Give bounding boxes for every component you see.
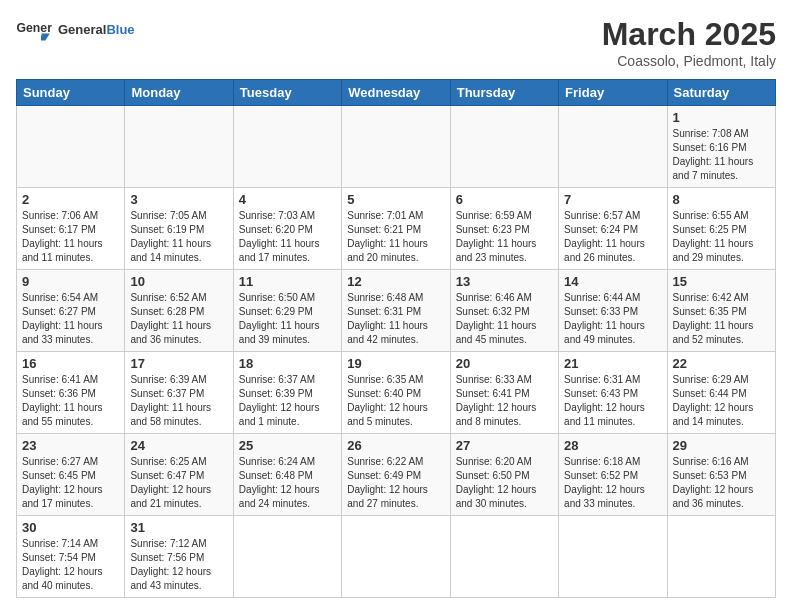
day-info: Sunrise: 7:05 AM Sunset: 6:19 PM Dayligh… bbox=[130, 209, 227, 265]
calendar-header-tuesday: Tuesday bbox=[233, 80, 341, 106]
day-info: Sunrise: 6:50 AM Sunset: 6:29 PM Dayligh… bbox=[239, 291, 336, 347]
calendar-cell: 2Sunrise: 7:06 AM Sunset: 6:17 PM Daylig… bbox=[17, 188, 125, 270]
calendar-cell bbox=[233, 516, 341, 598]
day-info: Sunrise: 6:27 AM Sunset: 6:45 PM Dayligh… bbox=[22, 455, 119, 511]
svg-text:General: General bbox=[17, 21, 53, 35]
calendar-cell: 20Sunrise: 6:33 AM Sunset: 6:41 PM Dayli… bbox=[450, 352, 558, 434]
calendar-cell: 17Sunrise: 6:39 AM Sunset: 6:37 PM Dayli… bbox=[125, 352, 233, 434]
calendar-header-saturday: Saturday bbox=[667, 80, 775, 106]
day-number: 4 bbox=[239, 192, 336, 207]
calendar-cell: 12Sunrise: 6:48 AM Sunset: 6:31 PM Dayli… bbox=[342, 270, 450, 352]
day-info: Sunrise: 6:39 AM Sunset: 6:37 PM Dayligh… bbox=[130, 373, 227, 429]
logo-general: General bbox=[58, 22, 106, 37]
day-number: 3 bbox=[130, 192, 227, 207]
calendar-cell bbox=[342, 106, 450, 188]
calendar-cell bbox=[450, 106, 558, 188]
day-info: Sunrise: 7:08 AM Sunset: 6:16 PM Dayligh… bbox=[673, 127, 770, 183]
day-number: 31 bbox=[130, 520, 227, 535]
month-title: March 2025 bbox=[602, 16, 776, 53]
calendar-cell bbox=[559, 106, 667, 188]
day-info: Sunrise: 6:29 AM Sunset: 6:44 PM Dayligh… bbox=[673, 373, 770, 429]
calendar-header-row: SundayMondayTuesdayWednesdayThursdayFrid… bbox=[17, 80, 776, 106]
day-number: 13 bbox=[456, 274, 553, 289]
logo: General GeneralBlue bbox=[16, 16, 135, 44]
calendar-cell: 15Sunrise: 6:42 AM Sunset: 6:35 PM Dayli… bbox=[667, 270, 775, 352]
day-info: Sunrise: 7:06 AM Sunset: 6:17 PM Dayligh… bbox=[22, 209, 119, 265]
day-number: 12 bbox=[347, 274, 444, 289]
day-info: Sunrise: 6:57 AM Sunset: 6:24 PM Dayligh… bbox=[564, 209, 661, 265]
day-info: Sunrise: 6:22 AM Sunset: 6:49 PM Dayligh… bbox=[347, 455, 444, 511]
calendar-week-row: 2Sunrise: 7:06 AM Sunset: 6:17 PM Daylig… bbox=[17, 188, 776, 270]
day-number: 21 bbox=[564, 356, 661, 371]
day-info: Sunrise: 6:24 AM Sunset: 6:48 PM Dayligh… bbox=[239, 455, 336, 511]
day-number: 16 bbox=[22, 356, 119, 371]
day-number: 5 bbox=[347, 192, 444, 207]
calendar-cell: 26Sunrise: 6:22 AM Sunset: 6:49 PM Dayli… bbox=[342, 434, 450, 516]
day-number: 8 bbox=[673, 192, 770, 207]
day-info: Sunrise: 7:03 AM Sunset: 6:20 PM Dayligh… bbox=[239, 209, 336, 265]
day-info: Sunrise: 6:44 AM Sunset: 6:33 PM Dayligh… bbox=[564, 291, 661, 347]
calendar-cell: 6Sunrise: 6:59 AM Sunset: 6:23 PM Daylig… bbox=[450, 188, 558, 270]
calendar-cell: 24Sunrise: 6:25 AM Sunset: 6:47 PM Dayli… bbox=[125, 434, 233, 516]
calendar-cell: 7Sunrise: 6:57 AM Sunset: 6:24 PM Daylig… bbox=[559, 188, 667, 270]
calendar-header-monday: Monday bbox=[125, 80, 233, 106]
calendar-cell: 29Sunrise: 6:16 AM Sunset: 6:53 PM Dayli… bbox=[667, 434, 775, 516]
calendar-header-thursday: Thursday bbox=[450, 80, 558, 106]
calendar-cell: 5Sunrise: 7:01 AM Sunset: 6:21 PM Daylig… bbox=[342, 188, 450, 270]
calendar-cell: 14Sunrise: 6:44 AM Sunset: 6:33 PM Dayli… bbox=[559, 270, 667, 352]
day-number: 23 bbox=[22, 438, 119, 453]
day-info: Sunrise: 6:54 AM Sunset: 6:27 PM Dayligh… bbox=[22, 291, 119, 347]
calendar-cell: 23Sunrise: 6:27 AM Sunset: 6:45 PM Dayli… bbox=[17, 434, 125, 516]
calendar-header-wednesday: Wednesday bbox=[342, 80, 450, 106]
calendar-cell: 28Sunrise: 6:18 AM Sunset: 6:52 PM Dayli… bbox=[559, 434, 667, 516]
day-info: Sunrise: 6:42 AM Sunset: 6:35 PM Dayligh… bbox=[673, 291, 770, 347]
calendar-cell: 25Sunrise: 6:24 AM Sunset: 6:48 PM Dayli… bbox=[233, 434, 341, 516]
day-info: Sunrise: 6:48 AM Sunset: 6:31 PM Dayligh… bbox=[347, 291, 444, 347]
day-number: 7 bbox=[564, 192, 661, 207]
calendar-header-friday: Friday bbox=[559, 80, 667, 106]
day-number: 2 bbox=[22, 192, 119, 207]
calendar-cell: 10Sunrise: 6:52 AM Sunset: 6:28 PM Dayli… bbox=[125, 270, 233, 352]
calendar-cell: 21Sunrise: 6:31 AM Sunset: 6:43 PM Dayli… bbox=[559, 352, 667, 434]
calendar-cell bbox=[342, 516, 450, 598]
calendar-cell bbox=[233, 106, 341, 188]
day-info: Sunrise: 7:01 AM Sunset: 6:21 PM Dayligh… bbox=[347, 209, 444, 265]
day-number: 1 bbox=[673, 110, 770, 125]
calendar-week-row: 1Sunrise: 7:08 AM Sunset: 6:16 PM Daylig… bbox=[17, 106, 776, 188]
day-number: 25 bbox=[239, 438, 336, 453]
calendar-cell bbox=[125, 106, 233, 188]
calendar-cell: 1Sunrise: 7:08 AM Sunset: 6:16 PM Daylig… bbox=[667, 106, 775, 188]
location-subtitle: Coassolo, Piedmont, Italy bbox=[602, 53, 776, 69]
day-info: Sunrise: 6:37 AM Sunset: 6:39 PM Dayligh… bbox=[239, 373, 336, 429]
day-number: 26 bbox=[347, 438, 444, 453]
calendar-cell bbox=[667, 516, 775, 598]
day-number: 24 bbox=[130, 438, 227, 453]
calendar-cell: 16Sunrise: 6:41 AM Sunset: 6:36 PM Dayli… bbox=[17, 352, 125, 434]
day-info: Sunrise: 6:25 AM Sunset: 6:47 PM Dayligh… bbox=[130, 455, 227, 511]
day-number: 6 bbox=[456, 192, 553, 207]
calendar-cell bbox=[17, 106, 125, 188]
calendar-cell: 30Sunrise: 7:14 AM Sunset: 7:54 PM Dayli… bbox=[17, 516, 125, 598]
day-info: Sunrise: 7:14 AM Sunset: 7:54 PM Dayligh… bbox=[22, 537, 119, 593]
calendar-cell: 31Sunrise: 7:12 AM Sunset: 7:56 PM Dayli… bbox=[125, 516, 233, 598]
svg-rect-2 bbox=[41, 35, 45, 40]
generalblue-logo-icon: General bbox=[16, 16, 52, 44]
day-number: 27 bbox=[456, 438, 553, 453]
day-info: Sunrise: 6:33 AM Sunset: 6:41 PM Dayligh… bbox=[456, 373, 553, 429]
day-number: 19 bbox=[347, 356, 444, 371]
calendar-cell: 3Sunrise: 7:05 AM Sunset: 6:19 PM Daylig… bbox=[125, 188, 233, 270]
calendar-header-sunday: Sunday bbox=[17, 80, 125, 106]
page-header: General GeneralBlue March 2025 Coassolo,… bbox=[16, 16, 776, 69]
calendar-cell: 22Sunrise: 6:29 AM Sunset: 6:44 PM Dayli… bbox=[667, 352, 775, 434]
calendar-cell: 13Sunrise: 6:46 AM Sunset: 6:32 PM Dayli… bbox=[450, 270, 558, 352]
calendar-week-row: 16Sunrise: 6:41 AM Sunset: 6:36 PM Dayli… bbox=[17, 352, 776, 434]
calendar-week-row: 23Sunrise: 6:27 AM Sunset: 6:45 PM Dayli… bbox=[17, 434, 776, 516]
calendar-cell: 19Sunrise: 6:35 AM Sunset: 6:40 PM Dayli… bbox=[342, 352, 450, 434]
calendar-week-row: 30Sunrise: 7:14 AM Sunset: 7:54 PM Dayli… bbox=[17, 516, 776, 598]
day-info: Sunrise: 6:18 AM Sunset: 6:52 PM Dayligh… bbox=[564, 455, 661, 511]
day-number: 18 bbox=[239, 356, 336, 371]
calendar-cell bbox=[559, 516, 667, 598]
day-number: 28 bbox=[564, 438, 661, 453]
calendar-cell: 11Sunrise: 6:50 AM Sunset: 6:29 PM Dayli… bbox=[233, 270, 341, 352]
day-info: Sunrise: 6:31 AM Sunset: 6:43 PM Dayligh… bbox=[564, 373, 661, 429]
